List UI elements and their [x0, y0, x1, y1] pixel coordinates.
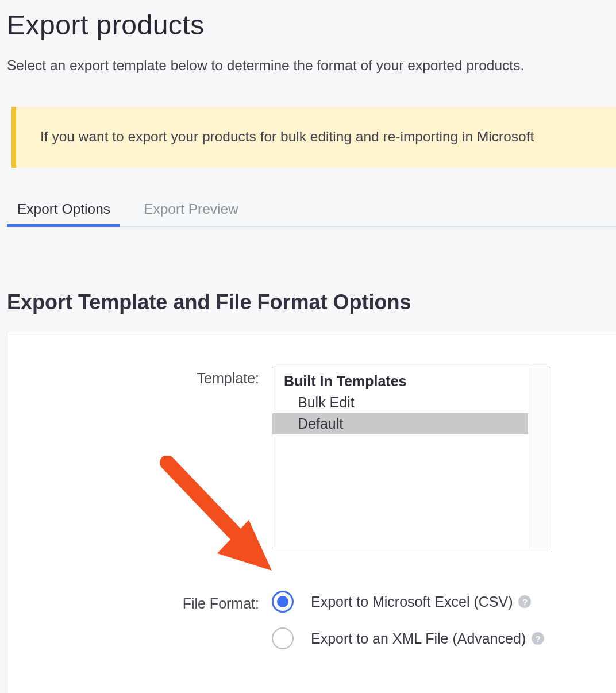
- options-panel: Template: Built In Templates Bulk Edit D…: [7, 332, 616, 693]
- file-format-option-xml[interactable]: Export to an XML File (Advanced) ?: [272, 627, 544, 649]
- file-format-option-csv-label: Export to Microsoft Excel (CSV): [311, 594, 513, 610]
- page-subtitle: Select an export template below to deter…: [7, 56, 616, 75]
- section-title: Export Template and File Format Options: [7, 290, 616, 314]
- template-select[interactable]: Built In Templates Bulk Edit Default: [272, 367, 550, 550]
- template-option-bulk-edit[interactable]: Bulk Edit: [272, 392, 550, 413]
- help-icon[interactable]: ?: [532, 632, 544, 645]
- notice-banner: If you want to export your products for …: [11, 107, 616, 168]
- template-label: Template:: [7, 367, 272, 387]
- tab-export-preview[interactable]: Export Preview: [144, 201, 238, 226]
- tab-export-options[interactable]: Export Options: [17, 201, 110, 226]
- file-format-radio-group: Export to Microsoft Excel (CSV) ? Export…: [272, 591, 544, 664]
- radio-unchecked-icon[interactable]: [272, 627, 294, 649]
- file-format-option-csv[interactable]: Export to Microsoft Excel (CSV) ?: [272, 591, 544, 613]
- tabs: Export Options Export Preview: [7, 201, 616, 227]
- radio-checked-icon[interactable]: [272, 591, 294, 613]
- template-option-default[interactable]: Default: [272, 413, 528, 434]
- file-format-option-xml-label: Export to an XML File (Advanced): [311, 630, 526, 647]
- page-title: Export products: [7, 9, 616, 41]
- file-format-label: File Format:: [7, 591, 272, 612]
- template-optgroup-label: Built In Templates: [272, 367, 550, 392]
- help-icon[interactable]: ?: [518, 595, 531, 608]
